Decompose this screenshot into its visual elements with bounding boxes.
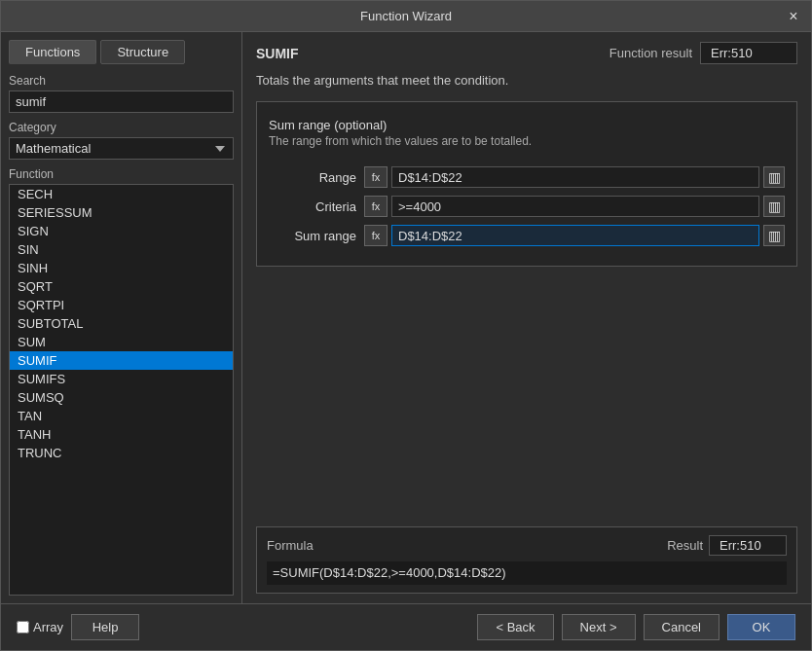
- tab-functions[interactable]: Functions: [9, 40, 96, 64]
- func-name: SUMIF: [256, 46, 609, 61]
- list-item[interactable]: SQRTPI: [10, 296, 233, 314]
- category-select[interactable]: AllDatabaseDate&TimeFinancialInformation…: [9, 137, 234, 160]
- formula-text: =SUMIF(D$14:D$22,>=4000,D$14:D$22): [267, 561, 787, 585]
- formula-section: Formula Result Err:510 =SUMIF(D$14:D$22,…: [256, 526, 797, 594]
- criteria-fx-button[interactable]: fx: [364, 196, 388, 217]
- list-item[interactable]: TAN: [10, 407, 233, 425]
- list-item[interactable]: SINH: [10, 259, 233, 277]
- formula-label: Formula: [267, 538, 667, 553]
- criteria-shrink-button[interactable]: ▥: [763, 196, 785, 217]
- range-input[interactable]: [391, 166, 759, 188]
- back-button[interactable]: < Back: [477, 614, 553, 640]
- list-item[interactable]: SUBTOTAL: [10, 314, 233, 333]
- list-item[interactable]: TANH: [10, 425, 233, 444]
- list-item[interactable]: SIGN: [10, 222, 233, 240]
- range-shrink-button[interactable]: ▥: [763, 166, 785, 188]
- result-value: Err:510: [709, 535, 787, 556]
- args-box: Sum range (optional) The range from whic…: [256, 101, 797, 267]
- sum-range-input[interactable]: [391, 225, 759, 246]
- func-header: SUMIF Function result Err:510: [256, 42, 797, 64]
- category-label: Category: [9, 121, 234, 134]
- next-button[interactable]: Next >: [562, 614, 636, 640]
- sum-range-label: Sum range: [269, 229, 356, 243]
- list-item[interactable]: SUM: [10, 333, 233, 351]
- list-item[interactable]: SERIESSUM: [10, 203, 233, 222]
- list-item[interactable]: TRUNC: [10, 444, 233, 462]
- function-list-label: Function: [9, 167, 234, 181]
- range-row: Range fx ▥: [269, 166, 785, 188]
- list-item[interactable]: SIN: [10, 240, 233, 259]
- left-panel: Functions Structure Search Category AllD…: [1, 32, 242, 603]
- func-result-value: Err:510: [700, 42, 797, 64]
- formula-header: Formula Result Err:510: [267, 535, 787, 556]
- ok-button[interactable]: OK: [727, 614, 795, 640]
- dialog-title: Function Wizard: [360, 9, 452, 23]
- criteria-row: Criteria fx ▥: [269, 196, 785, 217]
- result-label: Result: [667, 538, 703, 553]
- bottom-bar: Array Help < Back Next > Cancel OK: [1, 603, 811, 650]
- function-wizard-dialog: Function Wizard × Functions Structure Se…: [0, 0, 812, 651]
- func-description: Totals the arguments that meet the condi…: [256, 72, 797, 90]
- sum-range-shrink-button[interactable]: ▥: [763, 225, 785, 246]
- criteria-label: Criteria: [269, 199, 356, 214]
- search-input[interactable]: [9, 90, 234, 113]
- array-checkbox-label[interactable]: Array: [17, 620, 63, 634]
- arg-hint-box: Sum range (optional) The range from whic…: [269, 114, 785, 152]
- right-panel: SUMIF Function result Err:510 Totals the…: [242, 32, 811, 603]
- criteria-input[interactable]: [391, 196, 759, 217]
- tab-structure[interactable]: Structure: [100, 40, 185, 64]
- arg-hint-title: Sum range (optional): [269, 118, 785, 132]
- arg-hint-text: The range from which the values are to b…: [269, 134, 785, 148]
- list-item[interactable]: SUMIF: [10, 351, 233, 370]
- bottom-left: Array Help: [17, 614, 139, 640]
- range-label: Range: [269, 170, 356, 185]
- search-label: Search: [9, 74, 234, 88]
- sum-range-fx-button[interactable]: fx: [364, 225, 388, 246]
- func-result-label: Function result: [609, 46, 692, 60]
- range-fx-button[interactable]: fx: [364, 166, 388, 188]
- array-checkbox[interactable]: [17, 621, 29, 633]
- array-label: Array: [33, 620, 63, 634]
- list-item[interactable]: SUMSQ: [10, 388, 233, 407]
- list-item[interactable]: SUMIFS: [10, 370, 233, 388]
- bottom-right: < Back Next > Cancel OK: [477, 614, 795, 640]
- function-list: SECHSERIESSUMSIGNSINSINHSQRTSQRTPISUBTOT…: [9, 184, 234, 596]
- main-content: Functions Structure Search Category AllD…: [1, 32, 811, 603]
- sum-range-row: Sum range fx ▥: [269, 225, 785, 246]
- cancel-button[interactable]: Cancel: [644, 614, 720, 640]
- list-item[interactable]: SQRT: [10, 277, 233, 296]
- tab-row: Functions Structure: [9, 40, 234, 64]
- title-bar: Function Wizard ×: [1, 1, 811, 32]
- help-button[interactable]: Help: [71, 614, 139, 640]
- close-button[interactable]: ×: [784, 7, 803, 26]
- list-item[interactable]: SECH: [10, 185, 233, 203]
